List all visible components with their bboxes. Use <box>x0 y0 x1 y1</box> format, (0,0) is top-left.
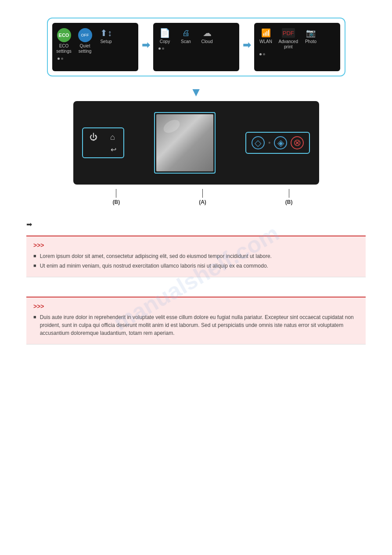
screen-carousel: ECO ECOsettings OFF Quietsetting ⬆↕ Setu… <box>47 18 345 76</box>
wlan-label: WLAN <box>259 39 272 44</box>
photo-icon: 📷 <box>304 28 317 38</box>
icon-photo[interactable]: 📷 Photo <box>302 28 319 50</box>
icon-eco[interactable]: ECO ECOsettings <box>56 28 72 54</box>
copy-icon: 📄 <box>158 28 172 38</box>
wlan-icon: 📶 <box>259 28 273 38</box>
screen-panel-2: 📄 Copy 🖨 Scan ☁ Cloud <box>153 23 239 71</box>
icon-cloud[interactable]: ☁ Cloud <box>199 28 216 44</box>
note-text-1-1: Lorem ipsum dolor sit amet, consectetur … <box>40 252 272 260</box>
printer-panel-wrapper: ▼ ⏻ ⌂ ↩ ◇ • ◈ ⊗ <box>73 85 319 205</box>
spacer <box>26 283 366 291</box>
dot-inactive <box>162 47 164 50</box>
arrow-indicator: ➡ <box>26 220 32 229</box>
note-chevron-1: >>> <box>33 242 44 249</box>
icon-advprint[interactable]: PDF Advancedprint <box>279 28 298 50</box>
note-item-1-2: ■ Ut enim ad minim veniam, quis nostrud … <box>33 262 359 270</box>
panel-1-icons: ECO ECOsettings OFF Quietsetting ⬆↕ Setu… <box>56 28 135 54</box>
right-controls-box: ◇ • ◈ ⊗ <box>245 132 310 154</box>
label-line-b-left <box>116 189 116 198</box>
panel-3-icons: 📶 WLAN PDF Advancedprint 📷 Photo <box>258 28 337 50</box>
icon-scan[interactable]: 🖨 Scan <box>178 28 194 44</box>
power-button[interactable]: ⏻ <box>88 132 99 142</box>
panel-2-icons: 📄 Copy 🖨 Scan ☁ Cloud <box>157 28 236 44</box>
note-header-2: >>> <box>33 303 359 310</box>
control-row-top: ⏻ ⌂ <box>88 132 118 142</box>
advprint-icon: PDF <box>282 28 295 38</box>
arrow-between-1: ➡ <box>142 19 150 71</box>
touch-screen-display[interactable] <box>156 114 213 171</box>
scan-icon: 🖨 <box>180 28 193 38</box>
arrow-indicator-row: ➡ <box>26 213 366 230</box>
dot-active <box>58 58 60 60</box>
icon-quiet[interactable]: OFF Quietsetting <box>77 28 94 54</box>
note-chevron-2: >>> <box>33 303 44 310</box>
quiet-label: Quietsetting <box>79 44 91 54</box>
panel-labels: (B) (A) (B) <box>73 189 319 205</box>
setup-label: Setup <box>100 39 111 44</box>
arrow-between-2: ➡ <box>243 19 251 71</box>
touch-screen-wrapper[interactable] <box>154 112 216 174</box>
start-color-button[interactable]: ◈ <box>274 136 287 149</box>
dot-inactive <box>61 58 63 60</box>
label-a-text: (A) <box>199 199 206 205</box>
advprint-label: Advancedprint <box>279 39 298 50</box>
label-b-left: (B) <box>113 189 120 205</box>
note-item-1-1: ■ Lorem ipsum dolor sit amet, consectetu… <box>33 252 359 260</box>
screen-panel-1: ECO ECOsettings OFF Quietsetting ⬆↕ Setu… <box>52 23 138 71</box>
panel-3-dots <box>258 53 265 55</box>
note-text-2-1: Duis aute irure dolor in reprehenderit i… <box>40 313 359 337</box>
note-bullet-1-1: ■ <box>33 253 36 258</box>
label-b-right-text: (B) <box>285 199 293 205</box>
icon-setup[interactable]: ⬆↕ Setup <box>98 28 115 54</box>
note-box-1: >>> ■ Lorem ipsum dolor sit amet, consec… <box>26 236 366 277</box>
quiet-icon: OFF <box>78 28 92 42</box>
printer-panel: ⏻ ⌂ ↩ ◇ • ◈ ⊗ <box>73 101 319 185</box>
scan-label: Scan <box>181 39 191 44</box>
cloud-label: Cloud <box>201 39 212 44</box>
dot-separator: • <box>268 139 271 147</box>
back-button[interactable]: ↩ <box>109 145 118 154</box>
dot-inactive <box>263 53 265 55</box>
setup-icon: ⬆↕ <box>100 28 113 38</box>
home-button[interactable]: ⌂ <box>108 132 118 142</box>
eco-label: ECOsettings <box>56 44 71 54</box>
start-bw-button[interactable]: ◇ <box>252 136 265 149</box>
label-b-left-text: (B) <box>113 199 120 205</box>
dot-active <box>259 53 262 55</box>
note-item-2-1: ■ Duis aute irure dolor in reprehenderit… <box>33 313 359 337</box>
screen-panel-3: 📶 WLAN PDF Advancedprint 📷 Photo <box>254 23 340 71</box>
stop-button[interactable]: ⊗ <box>291 136 304 149</box>
note-box-2: >>> ■ Duis aute irure dolor in reprehend… <box>26 297 366 345</box>
dot-active <box>158 47 161 50</box>
label-line-a <box>202 189 203 198</box>
cloud-icon: ☁ <box>201 28 214 38</box>
left-controls-box: ⏻ ⌂ ↩ <box>82 127 124 158</box>
label-line-b-right <box>289 189 289 198</box>
panel-1-dots <box>56 58 63 60</box>
note-header-1: >>> <box>33 242 359 249</box>
note-bullet-1-2: ■ <box>33 263 36 268</box>
note-bullet-2-1: ■ <box>33 314 36 319</box>
copy-label: Copy <box>160 39 170 44</box>
photo-label: Photo <box>305 39 316 44</box>
blue-arrow-down: ▼ <box>190 85 202 99</box>
control-row-bottom: ↩ <box>88 145 118 154</box>
label-b-right: (B) <box>285 189 293 205</box>
eco-icon: ECO <box>57 28 71 42</box>
panel-2-dots <box>157 47 164 50</box>
page-content: ECO ECOsettings OFF Quietsetting ⬆↕ Setu… <box>0 0 392 367</box>
icon-wlan[interactable]: 📶 WLAN <box>258 28 274 50</box>
label-a: (A) <box>199 189 206 205</box>
icon-copy[interactable]: 📄 Copy <box>157 28 173 44</box>
note-text-1-2: Ut enim ad minim veniam, quis nostrud ex… <box>40 262 268 270</box>
